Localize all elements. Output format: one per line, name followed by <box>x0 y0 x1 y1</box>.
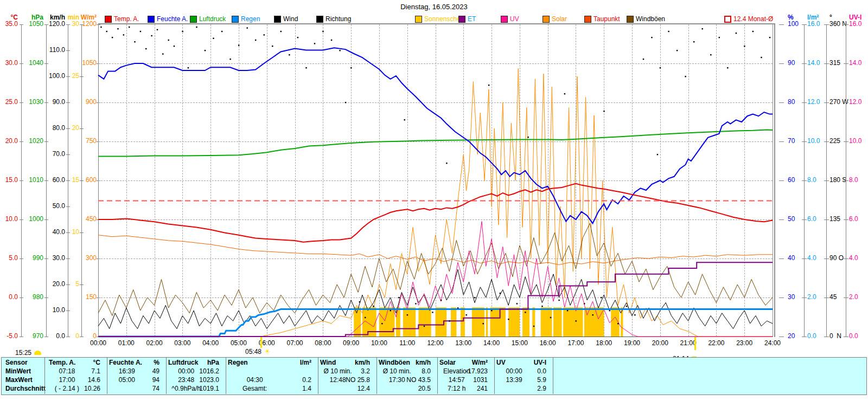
axis-tick <box>824 63 829 64</box>
legend-item-feuchte-a-: Feuchte A. <box>148 15 188 23</box>
legend-swatch <box>501 16 508 23</box>
axis-tick-label: 8.0 <box>849 177 858 184</box>
direction-dot <box>558 300 559 301</box>
axis-tick-label: 6.0 <box>849 216 858 223</box>
stats-column-divider <box>553 357 553 394</box>
axis-tick <box>779 337 784 337</box>
legend-swatch <box>316 16 323 23</box>
axis-tick-label: 20 <box>47 125 79 132</box>
direction-dot <box>112 37 113 38</box>
direction-dot <box>516 303 518 304</box>
direction-dot <box>592 314 593 315</box>
axis-tick <box>44 141 48 142</box>
direction-dot <box>415 303 416 304</box>
axis-tick-label: 70.0 <box>33 151 65 158</box>
legend-item-taupunkt: Taupunkt <box>584 15 620 23</box>
direction-dot <box>643 59 644 60</box>
axis-tick-label: 110.0 <box>33 47 65 54</box>
direction-dot <box>129 27 130 28</box>
axis-tick-label: 450 <box>64 216 97 223</box>
moonset-time: 15:25 <box>15 349 31 357</box>
legend-item-et: ET <box>458 15 476 23</box>
legend-item-uv: UV <box>501 15 519 23</box>
x-axis-label: 05:00 <box>227 339 251 347</box>
direction-dot <box>151 35 152 36</box>
direction-dot <box>157 29 158 30</box>
stats-cell-value: 1.4 <box>226 385 311 392</box>
axis-tick <box>779 102 784 103</box>
x-axis-label: 10:00 <box>367 339 391 347</box>
stats-col-unit: °C <box>47 359 100 366</box>
direction-dot <box>752 31 754 32</box>
direction-dot <box>280 31 282 32</box>
stats-row-label: Durchschnitt <box>5 385 46 392</box>
x-axis-label: 18:00 <box>592 339 616 347</box>
axis-tick-label: 8.0 <box>807 177 816 184</box>
x-axis-label: 02:00 <box>143 339 167 347</box>
direction-dot <box>660 67 661 68</box>
direction-dot <box>196 27 197 28</box>
legend-swatch <box>415 16 422 23</box>
direction-dot <box>488 85 489 86</box>
axis-tick-label: 600 <box>64 177 97 184</box>
direction-dot <box>500 293 501 294</box>
legend-label: Wind <box>283 15 298 23</box>
x-axis-label: 04:00 <box>199 339 222 347</box>
axis-tick <box>844 102 848 103</box>
stats-cell-value: 7.1 <box>47 367 100 375</box>
direction-dot <box>398 297 399 298</box>
stats-col-unit: km/h <box>376 359 431 366</box>
direction-dot <box>123 34 124 35</box>
axis-tick <box>824 180 829 181</box>
axis-tick-label: 1200 <box>64 21 97 28</box>
axis-tick-label: 900 <box>64 99 97 106</box>
direction-dot <box>603 111 604 112</box>
axis-tick <box>844 63 848 64</box>
axis-tick <box>824 102 829 103</box>
direction-dot <box>205 50 206 51</box>
axis-tick-label: 60 <box>788 177 795 184</box>
axis-tick <box>802 297 807 298</box>
direction-dot <box>634 314 635 315</box>
stats-col-unit: % <box>107 359 159 366</box>
direction-dot <box>322 31 323 32</box>
x-axis-label: 24:00 <box>761 339 784 347</box>
axis-tick <box>824 258 829 259</box>
direction-dot <box>676 50 678 51</box>
axis-tick <box>66 311 70 311</box>
axis-tick <box>844 297 848 298</box>
direction-dot <box>297 37 298 38</box>
axis-tick-label: 300 <box>64 255 97 262</box>
direction-dot <box>657 154 658 155</box>
legend-label: Windböen <box>636 15 665 23</box>
x-axis-label: 00:00 <box>86 339 110 347</box>
stats-cell-value: 10.26 <box>47 385 100 392</box>
legend-item-wind: Wind <box>274 15 298 23</box>
legend-label: UV <box>510 15 519 23</box>
legend-swatch <box>274 16 281 23</box>
axis-tick-label: 750 <box>64 138 97 145</box>
x-axis-label: 08:00 <box>311 339 335 347</box>
axis-tick <box>802 180 807 181</box>
axis-tick <box>824 297 829 298</box>
x-axis-label: 15:00 <box>508 339 532 347</box>
legend-label: Richtung <box>326 15 351 23</box>
direction-dot <box>719 37 720 38</box>
moon-icon <box>34 351 41 355</box>
direction-dot <box>314 43 315 44</box>
axis-tick <box>844 219 848 220</box>
direction-dot <box>668 31 669 32</box>
axis-tick-label: 90 <box>788 60 795 67</box>
legend-swatch <box>232 16 239 23</box>
stats-cell-value: NO 25.8 <box>318 376 370 384</box>
axis-tick-label: 4.0 <box>849 255 858 262</box>
direction-dot <box>441 300 442 301</box>
direction-dot <box>533 326 534 327</box>
page-title: Dienstag, 16.05.2023 <box>0 3 868 11</box>
sunshine-bar <box>403 307 416 337</box>
stats-cell-value: NO 43.5 <box>376 376 431 384</box>
direction-dot <box>424 326 425 327</box>
sunshine-bar <box>532 307 535 337</box>
direction-dot <box>247 27 248 28</box>
direction-dot <box>229 59 231 60</box>
